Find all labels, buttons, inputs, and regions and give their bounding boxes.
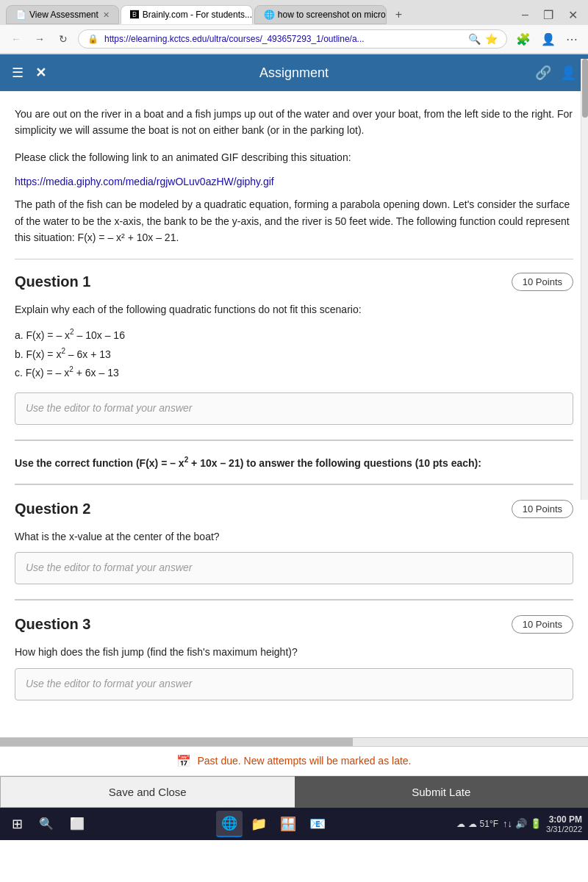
intro-paragraph-3: The path of the fish can be modeled by a…	[15, 196, 573, 245]
back-button[interactable]: ←	[7, 30, 25, 48]
tab-screenshot[interactable]: 🌐 how to screenshot on micro ✕	[254, 5, 387, 24]
search-url-icon[interactable]: 🔍	[468, 33, 481, 45]
intro-paragraph-1: You are out on the river in a boat and a…	[15, 106, 573, 139]
past-due-icon: 📅	[176, 754, 191, 768]
giphy-link[interactable]: https://media.giphy.com/media/rgjwOLuv0a…	[15, 176, 274, 187]
divider-after-intro	[15, 259, 573, 259]
taskbar-weather[interactable]: ☁ ☁ 51°F	[456, 819, 498, 829]
assignment-header: ☰ ✕ Assignment 🔗 👤	[0, 54, 588, 91]
tab-close-assessment[interactable]: ✕	[103, 10, 110, 20]
tab-icon-screenshot: 🌐	[264, 10, 274, 20]
question-2-answer-box[interactable]: Use the editor to format your answer	[15, 552, 573, 584]
minimize-button[interactable]: –	[517, 7, 533, 23]
question-1-title: Question 1	[15, 273, 90, 290]
option-1b: b. F(x) = x2 – 6x + 13	[15, 345, 573, 364]
section-intro-text: Use the correct function (F(x) = – x2 + …	[15, 456, 573, 469]
hamburger-menu[interactable]: ☰	[12, 65, 24, 81]
save-close-button[interactable]: Save and Close	[0, 776, 295, 808]
question-1-options: a. F(x) = – x2 – 10x – 16 b. F(x) = x2 –…	[15, 326, 573, 383]
past-due-bar: 📅 Past due. New attempts will be marked …	[0, 747, 588, 775]
question-3-title: Question 3	[15, 616, 90, 633]
taskbar-system-icons: ↑↓ 🔊 🔋	[503, 818, 542, 829]
tab-label-assessment: View Assessment	[29, 10, 98, 20]
taskbar-app-store[interactable]: 🪟	[275, 811, 301, 837]
window-controls: – ❐ ✕	[517, 7, 582, 24]
option-1a: a. F(x) = – x2 – 10x – 16	[15, 326, 573, 345]
help-icon[interactable]: ?	[568, 781, 576, 797]
intro-paragraph-2: Please click the following link to an an…	[15, 149, 573, 165]
question-1-block: Question 1 10 Points Explain why each of…	[15, 273, 573, 425]
search-button[interactable]: 🔍	[33, 814, 60, 833]
volume-icon[interactable]: 🔊	[515, 818, 527, 829]
link-header-icon[interactable]: 🔗	[535, 65, 551, 81]
task-view-button[interactable]: ⬜	[64, 814, 90, 833]
refresh-button[interactable]: ↻	[54, 30, 72, 48]
question-1-text: Explain why each of the following quadra…	[15, 301, 573, 318]
question-2-points: 10 Points	[512, 500, 573, 518]
vertical-scrollbar[interactable]	[581, 59, 588, 500]
horizontal-scrollbar[interactable]	[0, 737, 588, 746]
tab-label-screenshot: how to screenshot on micro	[278, 10, 386, 20]
close-window-button[interactable]: ✕	[564, 7, 582, 24]
question-2-header: Question 2 10 Points	[15, 500, 573, 518]
url-text: https://elearning.kctcs.edu/ultra/course…	[104, 34, 462, 44]
tab-view-assessment[interactable]: 📄 View Assessment ✕	[6, 5, 119, 24]
scrollbar-thumb[interactable]	[582, 59, 588, 118]
tab-label-brainly: Brainly.com - For students...	[143, 10, 252, 20]
question-2-block: Question 2 10 Points What is the x-value…	[15, 500, 573, 584]
taskbar-app-explorer[interactable]: 📁	[245, 811, 272, 837]
assignment-title: Assignment	[259, 65, 329, 81]
taskbar: ⊞ 🔍 ⬜ 🌐 📁 🪟 📧 ☁ ☁ 51°F ↑↓ 🔊 🔋 3:00 PM 3/…	[0, 808, 588, 840]
bottom-bar: 📅 Past due. New attempts will be marked …	[0, 746, 588, 808]
question-1-placeholder: Use the editor to format your answer	[26, 402, 192, 414]
question-3-header: Question 3 10 Points	[15, 615, 573, 634]
temperature: ☁ 51°F	[468, 819, 498, 829]
clock-date: 3/31/2022	[546, 825, 582, 833]
tab-icon-brainly: 🅱	[130, 10, 139, 20]
taskbar-clock[interactable]: 3:00 PM 3/31/2022	[546, 814, 582, 833]
tab-icon-assessment: 📄	[15, 10, 26, 20]
start-button[interactable]: ⊞	[6, 813, 29, 835]
question-3-points: 10 Points	[512, 615, 573, 634]
taskbar-right: ☁ ☁ 51°F ↑↓ 🔊 🔋 3:00 PM 3/31/2022	[456, 814, 582, 833]
question-2-text: What is the x-value at the center of the…	[15, 528, 573, 545]
more-options-icon[interactable]: ⋯	[563, 31, 581, 48]
option-1c: c. F(x) = – x2 + 6x – 13	[15, 363, 573, 382]
lock-icon: 🔒	[87, 34, 98, 44]
question-2-placeholder: Use the editor to format your answer	[26, 562, 192, 573]
clock-time: 3:00 PM	[546, 814, 582, 825]
close-assignment[interactable]: ✕	[35, 65, 46, 81]
battery-icon[interactable]: 🔋	[530, 818, 542, 829]
bookmark-icon[interactable]: ⭐	[485, 33, 498, 45]
url-input[interactable]: 🔒 https://elearning.kctcs.edu/ultra/cour…	[78, 29, 507, 49]
question-1-points: 10 Points	[512, 273, 573, 291]
section-divider-3	[15, 599, 573, 600]
new-tab-button[interactable]: +	[388, 4, 409, 25]
question-3-placeholder: Use the editor to format your answer	[26, 678, 192, 689]
address-bar: ← → ↻ 🔒 https://elearning.kctcs.edu/ultr…	[0, 25, 588, 54]
question-3-text: How high does the fish jump (find the fi…	[15, 644, 573, 660]
question-1-header: Question 1 10 Points	[15, 273, 573, 291]
network-icon[interactable]: ↑↓	[503, 818, 512, 829]
taskbar-apps: 🌐 📁 🪟 📧	[95, 811, 452, 837]
action-buttons: Save and Close Submit Late	[0, 775, 588, 808]
question-1-answer-box[interactable]: Use the editor to format your answer	[15, 392, 573, 425]
extensions-icon[interactable]: 🧩	[513, 31, 534, 48]
profile-icon[interactable]: 👤	[538, 31, 559, 48]
submit-late-button[interactable]: Submit Late	[295, 776, 589, 808]
question-2-title: Question 2	[15, 501, 90, 517]
section-divider-2	[15, 484, 573, 485]
user-header-icon[interactable]: 👤	[560, 65, 576, 81]
section-divider-1	[15, 440, 573, 441]
past-due-text: Past due. New attempts will be marked as…	[197, 755, 411, 767]
tab-brainly[interactable]: 🅱 Brainly.com - For students... ✕	[121, 5, 253, 24]
question-3-block: Question 3 10 Points How high does the f…	[15, 615, 573, 700]
taskbar-app-browser[interactable]: 🌐	[216, 811, 243, 837]
maximize-button[interactable]: ❐	[539, 7, 558, 24]
main-content: You are out on the river in a boat and a…	[0, 91, 588, 746]
taskbar-app-mail[interactable]: 📧	[304, 811, 331, 837]
question-3-answer-box[interactable]: Use the editor to format your answer	[15, 668, 573, 700]
forward-button[interactable]: →	[31, 30, 49, 48]
